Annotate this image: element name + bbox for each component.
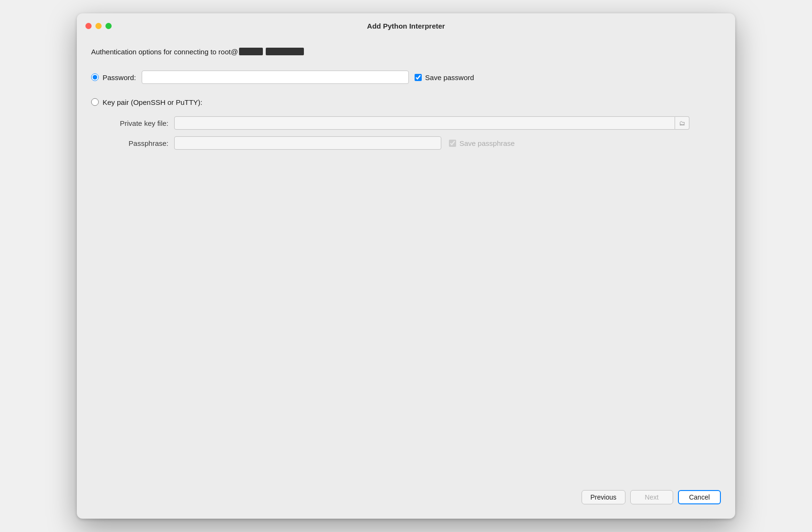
save-passphrase-text: Save passphrase (459, 139, 515, 147)
minimize-button[interactable] (95, 23, 102, 29)
previous-button[interactable]: Previous (582, 490, 625, 504)
password-radio-label[interactable]: Password: (91, 73, 136, 82)
password-row: Password: Save password (91, 66, 721, 88)
passphrase-input[interactable] (174, 136, 441, 150)
private-key-browse-button[interactable]: 🗂 (675, 116, 689, 130)
folder-icon: 🗂 (679, 120, 685, 127)
titlebar: Add Python Interpreter (77, 13, 735, 38)
password-input[interactable] (142, 71, 409, 84)
close-button[interactable] (85, 23, 92, 29)
save-password-label[interactable]: Save password (415, 73, 474, 82)
keypair-radio[interactable] (91, 98, 99, 106)
keypair-row: Key pair (OpenSSH or PuTTY): (91, 91, 721, 113)
window-controls (85, 23, 112, 29)
passphrase-label: Passphrase: (106, 139, 168, 147)
save-password-checkbox[interactable] (415, 74, 422, 81)
passphrase-row: Passphrase: Save passphrase (91, 133, 721, 153)
save-passphrase-label[interactable]: Save passphrase (449, 139, 515, 147)
cancel-button[interactable]: Cancel (678, 490, 721, 504)
password-radio[interactable] (91, 73, 99, 81)
redacted-host-part2 (266, 48, 304, 55)
password-label-text: Password: (103, 73, 136, 82)
dialog-content: Authentication options for connecting to… (77, 38, 735, 481)
next-button[interactable]: Next (630, 490, 673, 504)
auth-form: Password: Save password Key pair (OpenSS… (91, 66, 721, 153)
private-key-label: Private key file: (106, 119, 168, 127)
dialog-title: Add Python Interpreter (367, 22, 445, 30)
passphrase-input-wrapper: Save passphrase (174, 136, 689, 150)
private-key-row: Private key file: 🗂 (91, 113, 721, 133)
private-key-input[interactable] (174, 116, 675, 130)
keypair-radio-label[interactable]: Key pair (OpenSSH or PuTTY): (91, 98, 202, 106)
private-key-input-wrapper: 🗂 (174, 116, 689, 130)
keypair-label-text: Key pair (OpenSSH or PuTTY): (103, 98, 202, 106)
dialog-window: Add Python Interpreter Authentication op… (77, 13, 735, 519)
redacted-host-part1 (239, 48, 263, 55)
save-password-text: Save password (425, 73, 474, 82)
auth-description: Authentication options for connecting to… (91, 48, 721, 56)
dialog-footer: Previous Next Cancel (77, 481, 735, 519)
save-passphrase-checkbox[interactable] (449, 140, 456, 147)
maximize-button[interactable] (105, 23, 112, 29)
